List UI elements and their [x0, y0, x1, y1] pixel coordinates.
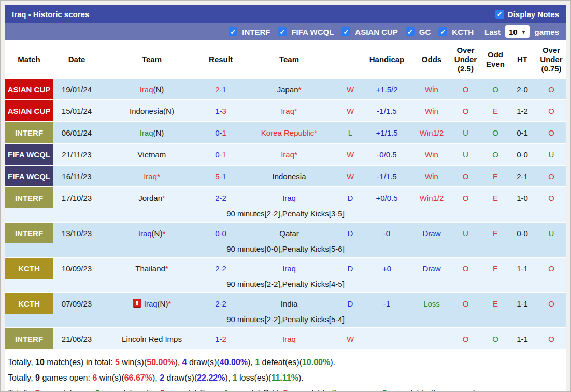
filter-checkbox-interf[interactable]: ✓ [229, 27, 237, 36]
star-marker: * [294, 150, 297, 159]
half-time-score-cell: 1-1 [510, 335, 535, 343]
match-type-badge: FIFA WCQL [5, 144, 53, 165]
penalty-note: 90 minutes[2-2],Penalty Kicks[5-4] [5, 314, 566, 327]
column-header: Odds [413, 55, 450, 64]
match-type-badge: KCTH [5, 258, 53, 279]
handicap-cell: +1.5/2 [361, 85, 413, 94]
odd-even-cell: O [481, 335, 510, 343]
home-score: 1 [215, 107, 219, 115]
summary-segment: 66.67% [124, 373, 152, 382]
summary-segment: draw(s)( [187, 358, 220, 367]
summary-line: Totally, 9 games open: 6 win(s)(66.67%),… [8, 370, 563, 386]
team-name: Indonesia [130, 107, 163, 115]
summary-segment: 22.22% [197, 373, 225, 382]
match-row: KCTH07/09/23Iraq(N)*2-2IndiaD-1LossOE1-1… [5, 293, 566, 328]
summary-segment: 10 [35, 358, 45, 367]
home-score: 5 [215, 172, 219, 181]
odd-even-cell: E [481, 172, 510, 181]
team-name: Iraq [281, 150, 294, 159]
summary-segment: win(s)( [97, 373, 124, 382]
odds-cell: Draw [413, 229, 450, 238]
away-team-cell: Japan* [238, 85, 340, 94]
match-type-cell: ASIAN CUP [5, 79, 53, 99]
match-type-cell: ASIAN CUP [5, 100, 53, 121]
summary-segment: game(s) Even, [165, 389, 223, 392]
summary-segment: 6 [92, 373, 97, 382]
match-row: KCTH10/09/23Thailand*2-2IraqD+0DrawOE1-1… [5, 258, 566, 293]
summary-segment: Totally, [8, 358, 35, 367]
filter-label: GC [419, 27, 431, 36]
summary-segment: 4 [182, 358, 187, 367]
team-name: Thailand [135, 264, 165, 273]
table-body: ASIAN CUP19/01/24Iraq(N)2-1Japan*W+1.5/2… [5, 79, 566, 350]
odds-cell: Loss [413, 299, 450, 308]
result-cell: 0-1 [203, 150, 238, 159]
filter-checkbox-kcth[interactable]: ✓ [438, 27, 447, 36]
handicap-cell: -1/1.5 [361, 172, 413, 181]
match-row: INTERF21/06/23Lincoln Red Imps1-2IraqWOO… [5, 328, 566, 350]
win-draw-loss-cell: W [340, 172, 361, 181]
result-cell: 2-1 [203, 85, 238, 94]
over-under-075-cell: O [535, 107, 568, 115]
chevron-down-icon: ▼ [521, 29, 526, 35]
summary-segment: 5 [115, 358, 120, 367]
away-score: 2 [222, 299, 226, 308]
filter-checkbox-asian-cup[interactable]: ✓ [341, 27, 350, 36]
odd-even-cell: E [481, 299, 510, 308]
match-row-main-line: FIFA WCQL21/11/23Vietnam0-1Iraq*W-0/0.5W… [5, 144, 566, 165]
home-team-cell: Vietnam [101, 150, 203, 159]
away-team-cell: Iraq* [238, 150, 340, 159]
date-cell: 15/01/24 [53, 107, 101, 115]
home-score: 0 [215, 128, 219, 137]
date-cell: 21/06/23 [53, 335, 101, 343]
star-marker: * [314, 128, 317, 137]
away-score: 1 [222, 128, 226, 137]
match-type-cell: KCTH [5, 293, 53, 314]
star-marker: * [298, 85, 302, 94]
match-row-main-line: INTERF21/06/23Lincoln Red Imps1-2IraqWOO… [5, 328, 566, 349]
match-row: INTERF17/10/23Jordan*2-2IraqD+0/0.5Win1/… [5, 187, 566, 223]
date-cell: 10/09/23 [53, 264, 101, 273]
over-under-25-cell: O [450, 85, 481, 94]
handicap-cell: +1/1.5 [361, 128, 413, 137]
match-type-badge: KCTH [5, 293, 53, 314]
summary-segment: 10.00% [302, 358, 330, 367]
match-type-cell: INTERF [5, 122, 53, 143]
away-score: 2 [222, 335, 226, 343]
over-under-25-cell: O [450, 194, 481, 202]
handicap-cell: -0/0.5 [361, 150, 413, 159]
home-score: 2 [215, 194, 219, 202]
filter-group: ✓INTERF✓FIFA WCQL✓ASIAN CUP✓GC✓KCTH [229, 27, 477, 36]
summary-segment: 1 [255, 358, 260, 367]
away-team-cell: Iraq [238, 194, 340, 202]
column-header: Over Under (0.75) [535, 46, 568, 74]
display-notes-checkbox[interactable]: ✓ [495, 10, 504, 19]
away-team-cell: India [238, 299, 340, 308]
filter-checkbox-gc[interactable]: ✓ [406, 27, 415, 36]
odd-even-cell: O [481, 128, 510, 137]
odd-even-cell: O [481, 85, 510, 94]
team-suffix: (N) [153, 128, 164, 137]
odd-even-cell: O [481, 150, 510, 159]
team-name: Korea Republic [261, 128, 315, 137]
home-score: 2 [215, 85, 219, 94]
over-under-25-cell: U [450, 150, 481, 159]
match-row-main-line: INTERF13/10/23Iraq(N)*0-0QatarD-0DrawUE0… [5, 223, 566, 243]
result-cell: 2-2 [203, 194, 238, 202]
over-under-25-cell: O [450, 264, 481, 273]
summary-line: Totally, 7 game(s) over, 3 game(s) under… [8, 386, 563, 392]
match-row: ASIAN CUP15/01/24Indonesia(N)1-3Iraq*W-1… [5, 100, 566, 122]
result-cell: 1-2 [203, 335, 238, 343]
title-bar: Iraq - Historic scores ✓ Display Notes [5, 5, 566, 23]
team-name: Indonesia [272, 172, 306, 181]
over-under-075-cell: O [535, 128, 568, 137]
filter-checkbox-fifa-wcql[interactable]: ✓ [278, 27, 287, 36]
home-score: 0 [215, 150, 219, 159]
away-score: 1 [222, 172, 226, 181]
team-name: Iraq [140, 128, 153, 137]
odds-cell: Win1/2 [413, 194, 450, 202]
games-count-select[interactable]: 10 ▼ [505, 25, 530, 38]
team-name: Qatar [279, 229, 299, 238]
match-row-main-line: FIFA WCQL16/11/23Iraq*5-1IndonesiaW-1/1.… [5, 166, 566, 186]
over-under-25-cell: O [450, 335, 481, 343]
